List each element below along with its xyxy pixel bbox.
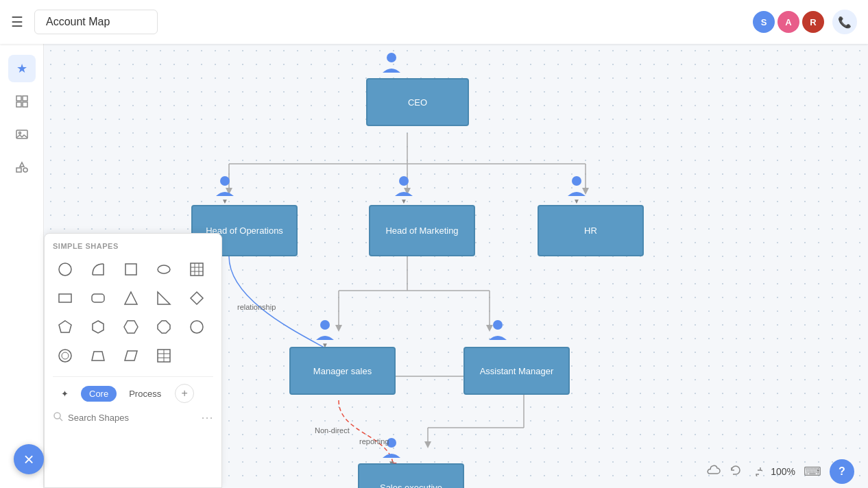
svg-marker-46 — [191, 292, 203, 304]
svg-point-27 — [387, 53, 396, 62]
asst-mgr-node[interactable]: Assistant Manager — [463, 347, 570, 395]
avatar-a: A — [777, 11, 799, 33]
redo-button[interactable] — [750, 464, 762, 480]
svg-point-53 — [62, 352, 69, 359]
more-options-button[interactable]: ⋯ — [201, 410, 213, 425]
svg-line-61 — [60, 418, 62, 421]
shape-circle[interactable] — [53, 257, 77, 282]
shape-hexagon[interactable] — [86, 315, 110, 339]
cloud-button[interactable] — [706, 465, 721, 479]
shape-square[interactable] — [119, 257, 143, 282]
non-direct-label: Non-direct — [315, 426, 350, 435]
shape-trapezoid[interactable] — [86, 343, 110, 368]
search-input[interactable] — [68, 413, 197, 423]
search-icon — [53, 411, 64, 424]
svg-rect-37 — [191, 263, 203, 276]
avatar-r: R — [802, 11, 824, 33]
ceo-person — [380, 51, 403, 77]
panel-header: SIMPLE SHAPES — [53, 242, 213, 250]
shape-oval[interactable] — [152, 257, 176, 282]
avatars-group: S A R 📞 — [753, 10, 857, 34]
call-button[interactable]: 📞 — [832, 10, 857, 34]
shape-grid-table[interactable] — [184, 257, 209, 282]
sidebar-item-star[interactable]: ★ — [8, 55, 36, 82]
svg-marker-50 — [158, 321, 170, 333]
undo-button[interactable] — [730, 464, 742, 480]
svg-point-28 — [220, 176, 230, 186]
ceo-node[interactable]: CEO — [366, 78, 469, 126]
head-mkt-person: ▼ — [392, 174, 415, 205]
left-sidebar: ★ — [0, 44, 44, 488]
head-ops-person: ▼ — [213, 174, 237, 205]
shape-diamond[interactable] — [184, 286, 209, 310]
head-mkt-node[interactable]: Head of Marketing — [369, 205, 475, 256]
hr-node[interactable]: HR — [538, 205, 644, 256]
shape-decagon[interactable] — [184, 315, 209, 339]
keyboard-button[interactable]: ⌨ — [804, 464, 821, 479]
sidebar-item-grid[interactable] — [8, 88, 36, 115]
sidebar-item-shapes[interactable] — [8, 154, 36, 181]
shape-pentagon[interactable] — [53, 315, 77, 339]
svg-point-34 — [59, 263, 71, 276]
search-row: ⋯ — [53, 410, 213, 425]
svg-rect-2 — [16, 102, 21, 107]
svg-point-5 — [19, 132, 21, 134]
help-button[interactable]: ? — [830, 459, 854, 484]
svg-rect-3 — [23, 102, 27, 107]
menu-icon: ☰ — [11, 14, 23, 29]
add-tab-button[interactable]: + — [175, 384, 194, 403]
tab-process[interactable]: Process — [121, 386, 169, 402]
svg-marker-48 — [93, 321, 104, 333]
reporting-label: reporting — [359, 437, 389, 446]
svg-point-60 — [54, 413, 60, 419]
avatar-s: S — [753, 11, 775, 33]
svg-point-52 — [59, 350, 71, 362]
svg-rect-43 — [92, 294, 104, 302]
svg-rect-35 — [125, 264, 136, 275]
svg-rect-42 — [59, 294, 71, 302]
svg-marker-45 — [158, 292, 170, 304]
svg-marker-44 — [125, 292, 137, 304]
bottombar: 100% ⌨ ? — [692, 455, 868, 488]
menu-button[interactable]: ☰ — [11, 14, 23, 30]
svg-point-30 — [572, 176, 581, 186]
svg-marker-54 — [92, 352, 104, 361]
svg-point-6 — [23, 168, 27, 172]
svg-marker-55 — [125, 351, 137, 361]
manager-sales-node[interactable]: Manager sales — [289, 347, 396, 395]
shape-circle2[interactable] — [53, 343, 77, 368]
shape-rect[interactable] — [53, 286, 77, 310]
shape-panel: SIMPLE SHAPES — [44, 233, 222, 488]
shape-triangle[interactable] — [119, 286, 143, 310]
shape-rounded-rect[interactable] — [86, 286, 110, 310]
svg-rect-1 — [23, 96, 27, 101]
sales-exec-node[interactable]: Sales executive — [358, 463, 464, 488]
document-title[interactable]: Account Map — [34, 10, 158, 34]
svg-rect-7 — [16, 168, 21, 172]
shape-table2[interactable] — [152, 343, 176, 368]
shape-hex2[interactable] — [119, 315, 143, 339]
svg-point-51 — [191, 321, 203, 333]
shape-parallelogram[interactable] — [119, 343, 143, 368]
shape-poly8[interactable] — [152, 315, 176, 339]
fab-close-button[interactable]: × — [14, 444, 44, 474]
sidebar-item-image[interactable] — [8, 121, 36, 148]
svg-marker-49 — [124, 321, 138, 333]
hr-person: ▼ — [565, 174, 588, 205]
manager-sales-person: ▼ — [313, 318, 337, 349]
svg-point-29 — [399, 176, 409, 186]
shapes-grid — [53, 257, 213, 368]
svg-rect-0 — [16, 96, 21, 101]
panel-tabs: ✦ Core Process + — [53, 376, 213, 403]
asst-mgr-person — [486, 318, 509, 344]
shape-right-triangle[interactable] — [152, 286, 176, 310]
svg-marker-47 — [59, 321, 71, 332]
relationship-label: relationship — [237, 303, 276, 311]
zoom-level: 100% — [771, 466, 795, 477]
tab-core[interactable]: Core — [81, 386, 117, 402]
svg-point-31 — [320, 320, 330, 330]
svg-marker-26 — [424, 441, 431, 448]
shape-arc[interactable] — [86, 257, 110, 282]
topbar: ☰ Account Map S A R 📞 — [0, 0, 868, 44]
tab-magic[interactable]: ✦ — [53, 386, 77, 402]
